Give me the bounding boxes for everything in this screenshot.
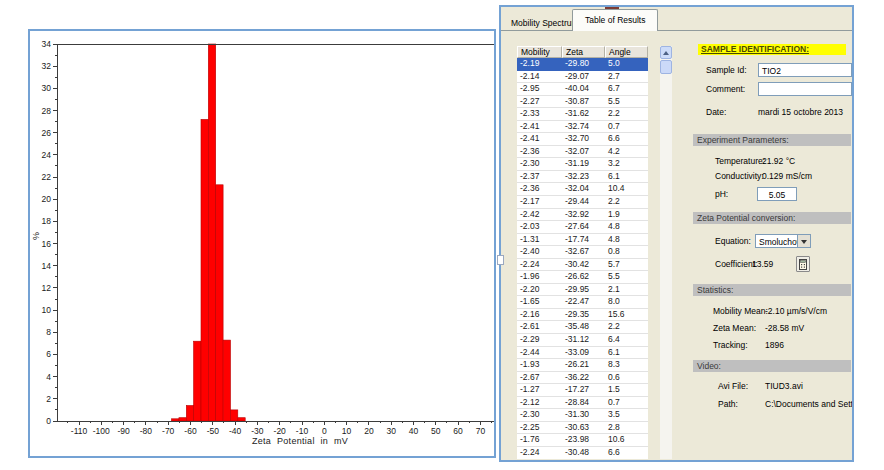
zeta-mean-value: -28.58 mV [765,323,804,333]
table-row[interactable]: -2.24-30.425.7 [517,259,648,272]
table-row[interactable]: -2.44-33.096.1 [517,347,648,360]
sample-id-field[interactable]: TIO2 [758,63,852,77]
y-tick-label: 26 [42,128,52,138]
mobility-mean-label: Mobility Mean: [713,306,765,316]
angle-cell: 4.8 [605,221,648,233]
table-scrollbar[interactable] [660,46,672,459]
angle-cell: 2.2 [605,108,648,120]
x-tick-label: 20 [364,426,374,436]
table-row[interactable]: -2.14-29.072.7 [517,71,648,84]
comment-field[interactable] [758,82,852,96]
scroll-up-button[interactable] [660,46,672,59]
comment-label: Comment: [706,84,758,94]
mobility-cell: -2.95 [517,83,562,95]
table-row[interactable]: -2.40-32.670.8 [517,246,648,259]
x-tick-label: 70 [476,426,486,436]
table-row[interactable]: -2.30-31.303.5 [517,409,648,422]
equation-row: Equation:Smoluchowski [693,233,852,249]
table-row[interactable]: -2.16-29.3515.6 [517,309,648,322]
table-row[interactable]: -2.29-31.126.4 [517,334,648,347]
table-row[interactable]: -2.30-31.193.2 [517,158,648,171]
chevron-down-icon [801,240,807,244]
mobility-cell: -2.20 [517,284,562,296]
table-row[interactable]: -1.31-17.744.8 [517,234,648,247]
table-row[interactable]: -2.20-29.952.1 [517,284,648,297]
mobility-cell: -2.17 [517,196,562,208]
results-panel-figure: Mobility Spectrum Table of Results Mobil… [499,5,854,462]
table-row[interactable]: -2.36-32.074.2 [517,146,648,159]
table-row[interactable]: -2.24-30.486.6 [517,447,648,459]
mobility-cell: -2.36 [517,183,562,195]
temperature-label: Temperature: [715,156,762,166]
x-axis-title: Zeta Potential in mV [252,436,348,446]
x-tick-label: -90 [117,426,130,436]
zeta-cell: -27.64 [562,221,605,233]
zeta-cell: -23.98 [562,434,605,446]
coefficient-label: Coefficient: [715,259,752,269]
angle-cell: 10.6 [605,434,648,446]
column-header-mobility[interactable]: Mobility [517,46,562,58]
zeta-cell: -29.80 [562,58,605,70]
temperature-row: Temperature:21.92 °C [693,155,852,167]
table-row[interactable]: -2.27-30.875.5 [517,96,648,109]
sample-id-label: Sample Id: [706,65,758,75]
table-row[interactable]: -2.03-27.644.8 [517,221,648,234]
mobility-cell: -2.37 [517,171,562,183]
table-row[interactable]: -2.19-29.805.0 [517,58,648,71]
y-tick-label: 30 [42,83,52,93]
y-tick-label: 2 [46,394,51,404]
mobility-cell: -2.41 [517,121,562,133]
selection-handle[interactable] [497,255,504,265]
angle-cell: 8.3 [605,359,648,371]
table-row[interactable]: -1.27-17.271.5 [517,384,648,397]
avi-file-row: Avi File:TIUD3.avi [693,380,852,392]
angle-cell: 2.7 [605,71,648,83]
table-row[interactable]: -2.36-32.0410.4 [517,183,648,196]
zeta-cell: -31.19 [562,158,605,170]
table-row[interactable]: -2.41-32.706.6 [517,133,648,146]
zeta-cell: -32.23 [562,171,605,183]
table-row[interactable]: -2.95-40.046.7 [517,83,648,96]
zeta-cell: -32.07 [562,146,605,158]
table-row[interactable]: -2.12-28.840.7 [517,397,648,410]
table-row[interactable]: -2.42-32.921.9 [517,209,648,222]
table-row[interactable]: -1.96-26.625.5 [517,271,648,284]
x-tick-label: -20 [274,426,287,436]
column-header-angle[interactable]: Angle [605,46,648,58]
table-row[interactable]: -2.25-30.632.8 [517,422,648,435]
tab-table-of-results[interactable]: Table of Results [572,9,658,31]
angle-cell: 0.7 [605,397,648,409]
tab-mobility-spectrum[interactable]: Mobility Spectrum [511,18,579,28]
scrollbar-thumb[interactable] [660,60,672,74]
zeta-histogram-figure: 0246810121416182022242628303234-110-100-… [28,29,496,458]
table-row[interactable]: -2.67-36.220.6 [517,372,648,385]
histogram-bar [216,185,223,421]
x-tick-label: 40 [409,426,419,436]
ph-field[interactable]: 5.05 [757,187,797,201]
table-row[interactable]: -1.93-26.218.3 [517,359,648,372]
table-row[interactable]: -2.17-29.442.2 [517,196,648,209]
zeta-cell: -32.74 [562,121,605,133]
table-row[interactable]: -1.65-22.478.0 [517,296,648,309]
zeta-histogram: 0246810121416182022242628303234-110-100-… [30,31,494,456]
y-tick-label: 20 [42,194,52,204]
table-row[interactable]: -2.33-31.622.2 [517,108,648,121]
table-row[interactable]: -2.61-35.482.2 [517,321,648,334]
angle-cell: 5.5 [605,96,648,108]
table-row[interactable]: -1.76-23.9810.6 [517,434,648,447]
table-row[interactable]: -2.37-32.236.1 [517,171,648,184]
dropdown-button[interactable] [797,235,810,247]
column-header-zeta[interactable]: Zeta [562,46,605,58]
zeta-cell: -35.48 [562,321,605,333]
sample-section-heading: SAMPLE IDENTIFICATION: [698,44,846,55]
y-tick-label: 14 [42,261,52,271]
calculator-button[interactable] [796,256,810,272]
table-header-row: MobilityZetaAngle [517,46,648,58]
zeta-cell: -31.62 [562,108,605,120]
table-row[interactable]: -2.41-32.740.7 [517,121,648,134]
x-tick-label: -80 [140,426,153,436]
mobility-cell: -2.03 [517,221,562,233]
ph-row: pH:5.05 [693,186,852,202]
y-tick-label: 4 [46,372,51,382]
equation-select[interactable]: Smoluchowski [755,234,811,248]
